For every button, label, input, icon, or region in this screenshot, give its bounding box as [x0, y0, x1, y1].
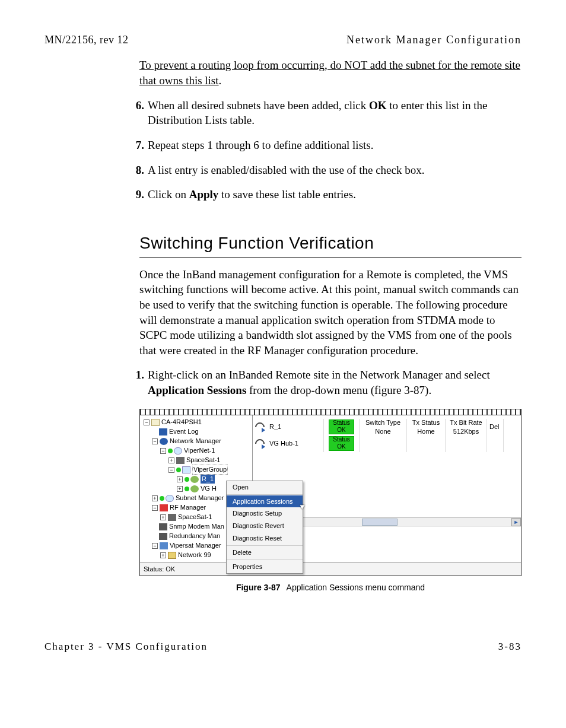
col-switch-type: Switch TypeNone	[360, 419, 407, 435]
satellite-icon	[168, 514, 176, 521]
globe-icon	[160, 438, 168, 445]
ctx-delete[interactable]: Delete	[227, 546, 303, 559]
step-9: 9. Click on Apply to save these list tab…	[128, 187, 522, 202]
scroll-thumb[interactable]	[362, 519, 398, 526]
antenna-icon	[190, 485, 199, 492]
figure-caption: Figure 3-87Application Sessions menu com…	[139, 582, 522, 593]
col-del: Del	[487, 419, 504, 435]
page-header: MN/22156, rev 12 Network Manager Configu…	[44, 33, 522, 47]
list-row-vghub[interactable]: VG Hub-1 StatusOK	[253, 435, 521, 452]
tree-netmgr[interactable]: −Network Manager	[144, 437, 252, 446]
ctx-diag-reset[interactable]: Diagnostic Reset	[227, 532, 303, 545]
header-right: Network Manager Configuration	[346, 33, 522, 47]
folder-icon	[151, 419, 160, 426]
ctx-diag-setup[interactable]: Diagnostic Setup	[227, 507, 303, 520]
page-footer: Chapter 3 - VMS Configuration 3-83	[44, 640, 522, 654]
scroll-right-button[interactable]: ►	[511, 518, 521, 526]
section-paragraph: Once the InBand management configuration…	[139, 267, 522, 358]
footer-left: Chapter 3 - VMS Configuration	[44, 640, 208, 654]
tree-eventlog[interactable]: Event Log	[144, 427, 252, 437]
warning-text: To prevent a routing loop from occurring…	[139, 58, 522, 88]
ctx-application-sessions[interactable]: Application Sessions	[227, 495, 303, 508]
antenna-icon	[190, 476, 199, 483]
context-menu[interactable]: Open Application Sessions Diagnostic Set…	[226, 481, 303, 574]
cloud-icon	[166, 495, 174, 502]
rf-icon	[160, 504, 168, 511]
step-8: 8. A list entry is enabled/disabled with…	[128, 163, 522, 178]
antenna-icon	[255, 422, 267, 432]
tree-vipernet[interactable]: −ViperNet-1	[144, 446, 252, 456]
group-icon	[182, 466, 190, 473]
tree-vipergroup[interactable]: −ViperGroup	[144, 465, 252, 475]
ctx-open[interactable]: Open	[227, 481, 303, 494]
satellite-icon	[176, 457, 185, 464]
cloud-icon	[174, 447, 182, 454]
ctx-diag-revert[interactable]: Diagnostic Revert	[227, 520, 303, 532]
network-icon	[168, 552, 176, 559]
status-badge: StatusOK	[329, 436, 354, 452]
step-7: 7. Repeat steps 1 through 6 to define ad…	[128, 138, 522, 153]
window-titlebar	[140, 409, 521, 415]
figure-3-87: −CA-4R4PSH1 Event Log −Network Manager −…	[139, 409, 522, 593]
section-rule	[139, 257, 522, 257]
ctx-properties[interactable]: Properties	[227, 561, 303, 573]
snmp-icon	[159, 523, 167, 530]
tree-view[interactable]: −CA-4R4PSH1 Event Log −Network Manager −…	[140, 415, 253, 562]
procedure-step-1: 1. Right-click on an InBanded Remote sit…	[128, 367, 522, 398]
vipersat-icon	[160, 542, 168, 549]
footer-right: 3-83	[498, 640, 522, 654]
redundancy-icon	[159, 533, 167, 540]
antenna-icon	[255, 439, 267, 449]
col-tx-status: Tx StatusHome	[407, 419, 446, 435]
section-title: Switching Function Verification	[139, 232, 522, 255]
col-tx-bitrate: Tx Bit Rate512Kbps	[446, 419, 487, 435]
log-icon	[159, 428, 167, 435]
tree-root[interactable]: −CA-4R4PSH1	[144, 418, 252, 427]
status-badge: StatusOK	[329, 419, 354, 435]
tree-spacesat[interactable]: +SpaceSat-1	[144, 456, 252, 465]
list-row-r1[interactable]: R_1 StatusOK Switch TypeNone Tx StatusHo…	[253, 419, 521, 435]
status-bar: Status: OK	[140, 562, 521, 576]
step-6: 6. When all desired subnets have been ad…	[128, 98, 522, 128]
header-left: MN/22156, rev 12	[44, 33, 129, 47]
